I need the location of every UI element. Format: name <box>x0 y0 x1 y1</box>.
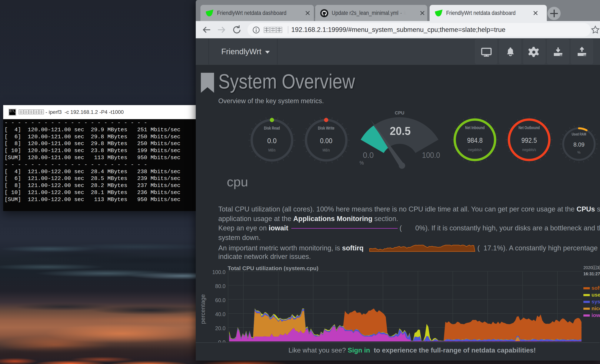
svg-text:Disk Write: Disk Write <box>318 126 335 131</box>
svg-text:0.00: 0.00 <box>320 137 332 145</box>
svg-text:MiB/s: MiB/s <box>323 148 330 152</box>
svg-text:%: % <box>360 160 364 166</box>
svg-text:%: % <box>577 150 581 154</box>
svg-text:0.0: 0.0 <box>267 137 277 145</box>
svg-text:Disk Read: Disk Read <box>264 126 280 131</box>
svg-text:Used RAM: Used RAM <box>572 132 586 136</box>
svg-text:20.5: 20.5 <box>390 124 411 137</box>
svg-text:megabits/s: megabits/s <box>522 148 536 152</box>
svg-text:100.0: 100.0 <box>422 151 440 159</box>
svg-text:Net Inbound: Net Inbound <box>465 125 485 130</box>
svg-text:Net Outbound: Net Outbound <box>518 125 540 130</box>
svg-text:984.8: 984.8 <box>467 136 483 144</box>
svg-text:CPU: CPU <box>395 110 404 115</box>
svg-text:0.0: 0.0 <box>363 151 374 159</box>
svg-text:8.09: 8.09 <box>573 141 584 148</box>
svg-text:megabits/s: megabits/s <box>468 148 482 152</box>
svg-text:992.5: 992.5 <box>522 136 537 144</box>
svg-text:MiB/s: MiB/s <box>268 148 276 152</box>
